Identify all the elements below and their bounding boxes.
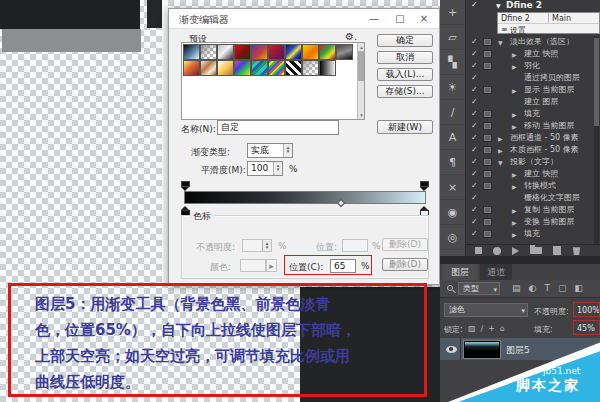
gradient-type-select[interactable]: 实底 <box>247 143 293 158</box>
note-tool-icon[interactable]: ¶ <box>440 150 465 175</box>
gradient-preset-swatch[interactable] <box>200 60 217 76</box>
dialog-toggle-icon[interactable] <box>483 158 492 166</box>
color-swatch[interactable] <box>240 259 266 272</box>
dialog-toggle-icon[interactable] <box>483 170 492 178</box>
actions-scrollbar[interactable] <box>594 36 599 244</box>
smart-object-filter-icon[interactable]: ◧ <box>574 283 583 293</box>
adobe-logo-icon[interactable]: ◎ <box>440 225 465 250</box>
action-item[interactable]: ✓▶羽化 <box>466 60 594 72</box>
move-tool-icon[interactable]: + <box>440 0 465 25</box>
dialog-titlebar[interactable]: 渐变编辑器 — □ × <box>169 9 439 29</box>
gradient-preset-swatch[interactable] <box>319 44 336 60</box>
color-position-input[interactable]: 65 <box>330 259 356 273</box>
dialog-toggle-icon[interactable] <box>483 122 492 130</box>
action-item[interactable]: ✓▶填充 <box>466 108 594 120</box>
tab-layers[interactable]: 图层 <box>442 264 478 280</box>
action-item[interactable]: ✓▶填充 <box>466 228 594 240</box>
new-button[interactable]: 新建(W) <box>377 120 433 134</box>
gradient-preset-swatch[interactable] <box>319 60 336 76</box>
gradient-preset-swatch[interactable] <box>200 44 217 60</box>
dialog-toggle-icon[interactable] <box>483 134 492 142</box>
dialog-toggle-icon[interactable] <box>483 2 492 10</box>
gradient-preview-bar[interactable] <box>184 191 426 204</box>
tab-channels[interactable]: 通道 <box>480 264 512 280</box>
load-button[interactable]: 载入(L)... <box>377 68 433 81</box>
cancel-button[interactable]: 取消 <box>377 51 433 64</box>
action-item[interactable]: ✓▶移动 当前图层 <box>466 120 594 132</box>
opacity-stop-right[interactable] <box>420 181 429 190</box>
check-icon[interactable]: ✓ <box>471 204 478 216</box>
dialog-toggle-icon[interactable] <box>483 62 492 70</box>
check-icon[interactable]: ✓ <box>471 132 478 144</box>
dialog-toggle-icon[interactable] <box>483 230 492 238</box>
type-tool-icon[interactable]: A <box>440 125 465 150</box>
adjustment-layer-filter-icon[interactable]: ◐ <box>529 283 537 293</box>
visibility-eye-icon[interactable] <box>446 346 457 353</box>
dialog-toggle-icon[interactable] <box>483 218 492 226</box>
action-item[interactable]: ✓▶画框通道 - 50 像素 <box>466 132 594 144</box>
dialog-toggle-icon[interactable] <box>483 110 492 118</box>
pen-tool-icon[interactable]: ∕ <box>440 100 465 125</box>
gear-icon[interactable]: ⚙. <box>345 31 357 42</box>
dialog-toggle-icon[interactable] <box>483 50 492 58</box>
action-item[interactable]: ✓▼投影（文字） <box>466 156 594 168</box>
action-item[interactable]: ✓▶变换 当前图层 <box>466 216 594 228</box>
check-icon[interactable]: ✓ <box>471 60 478 72</box>
trash-icon[interactable] <box>572 246 581 255</box>
gradient-preset-swatch[interactable] <box>183 44 200 60</box>
check-icon[interactable]: ✓ <box>471 96 478 108</box>
maximize-icon[interactable]: □ <box>391 11 409 27</box>
dodge-tool-icon[interactable]: ☀ <box>440 75 465 100</box>
gradient-preset-swatch[interactable] <box>268 44 285 60</box>
scroll-down-icon[interactable]: ▾ <box>358 111 365 119</box>
check-icon[interactable]: ✓ <box>471 180 478 192</box>
presets-scrollbar[interactable]: ▴ ▾ <box>357 43 364 119</box>
layer-thumbnail[interactable] <box>464 341 500 358</box>
minimize-icon[interactable]: — <box>365 11 383 27</box>
gradient-preset-swatch[interactable] <box>234 60 251 76</box>
type-layer-filter-icon[interactable]: T <box>544 283 550 293</box>
action-item[interactable]: ✓▶建立 快照 <box>466 168 594 180</box>
action-item[interactable]: ✓▶建立 快照 <box>466 48 594 60</box>
check-icon[interactable]: ✓ <box>471 192 478 204</box>
action-item[interactable]: ✓▶显示 当前图层 <box>466 84 594 96</box>
dialog-toggle-icon[interactable] <box>483 206 492 214</box>
check-icon[interactable]: ✓ <box>471 0 478 9</box>
smoothness-input[interactable]: 100 <box>247 161 283 176</box>
action-item[interactable]: ✓▶转换模式 <box>466 180 594 192</box>
action-item[interactable]: ✓▼淡出效果（选区） <box>466 36 594 48</box>
pixel-layer-filter-icon[interactable]: ▤ <box>512 283 521 293</box>
action-item[interactable]: ✓栅格化文字图层 <box>466 192 594 204</box>
stop-icon[interactable] <box>475 247 482 254</box>
spinner-icon[interactable] <box>283 144 292 157</box>
scroll-up-icon[interactable]: ▴ <box>358 43 365 51</box>
blend-mode-dropdown[interactable]: 滤色 <box>444 303 528 317</box>
spinner-icon[interactable] <box>273 162 282 175</box>
presets-scroll-thumb[interactable] <box>358 51 364 81</box>
gradient-preset-swatch[interactable] <box>268 60 285 76</box>
shape-layer-filter-icon[interactable]: ▢ <box>558 283 567 293</box>
layer-name[interactable]: 图层5 <box>506 344 530 357</box>
action-item[interactable]: ✓建立 图层 <box>466 96 594 108</box>
lock-transparency-icon[interactable]: ▨ <box>468 324 476 333</box>
gradient-preset-swatch[interactable] <box>217 44 234 60</box>
expander-icon[interactable]: ▶ <box>512 229 517 241</box>
actions-scroll-thumb[interactable] <box>594 38 599 126</box>
opacity-stop-left[interactable] <box>181 181 190 190</box>
gradient-preset-swatch[interactable] <box>336 44 353 60</box>
action-item[interactable]: ✓通过拷贝的图层 <box>466 72 594 84</box>
gradient-preset-swatch[interactable] <box>234 44 251 60</box>
gradient-preset-swatch[interactable] <box>217 60 234 76</box>
action-dfine-row[interactable]: ✓ ▼ Dfine 2 <box>466 0 600 12</box>
dialog-toggle-icon[interactable] <box>483 146 492 154</box>
gradient-preset-swatch[interactable] <box>251 60 268 76</box>
check-icon[interactable]: ✓ <box>471 216 478 228</box>
check-icon[interactable]: ✓ <box>471 108 478 120</box>
action-item[interactable]: ✓▶木质画框 - 50 像素 <box>466 144 594 156</box>
dialog-toggle-icon[interactable] <box>483 86 492 94</box>
play-icon[interactable] <box>512 247 519 255</box>
lock-paint-icon[interactable]: ∕ <box>481 324 484 333</box>
filter-type-dropdown[interactable]: 类型 <box>458 282 500 295</box>
check-icon[interactable]: ✓ <box>471 168 478 180</box>
color-arrow-icon[interactable]: ▸ <box>266 259 277 272</box>
